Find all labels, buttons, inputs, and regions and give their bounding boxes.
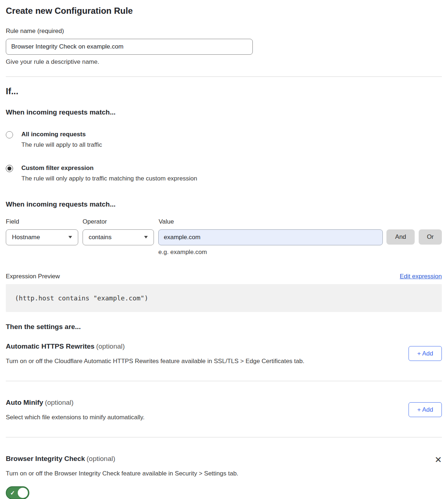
setting-description: Turn on or off the Cloudflare Automatic …: [6, 358, 304, 365]
field-label: Field: [6, 218, 83, 225]
radio-description: The rule will apply to all traffic: [21, 141, 102, 149]
field-select[interactable]: Hostname: [6, 229, 78, 245]
setting-browser-integrity-check: Browser Integrity Check (optional) Turn …: [6, 455, 442, 499]
setting-name: Automatic HTTPS Rewrites: [6, 342, 95, 350]
setting-title-line: Browser Integrity Check (optional): [6, 455, 435, 463]
setting-divider: [6, 437, 442, 437]
setting-auto-minify: Auto Minify (optional) Select which file…: [6, 399, 442, 421]
toggle-knob: [18, 488, 28, 498]
rule-name-help: Give your rule a descriptive name.: [6, 58, 442, 66]
setting-texts: Auto Minify (optional) Select which file…: [6, 399, 145, 421]
or-button[interactable]: Or: [419, 229, 442, 245]
operator-select[interactable]: contains: [83, 229, 154, 245]
field-selected-value: Hostname: [12, 234, 40, 241]
check-icon: ✓: [10, 489, 15, 496]
close-icon[interactable]: ✕: [435, 456, 442, 464]
radio-button-unselected[interactable]: [6, 131, 13, 138]
setting-name: Browser Integrity Check: [6, 455, 85, 462]
setting-optional-tag: (optional): [45, 399, 74, 406]
radio-label: All incoming requests: [21, 131, 102, 138]
setting-automatic-https-rewrites: Automatic HTTPS Rewrites (optional) Turn…: [6, 342, 442, 365]
radio-texts: Custom filter expression The rule will o…: [21, 165, 197, 182]
radio-description: The rule will only apply to traffic matc…: [21, 175, 197, 182]
value-hint: e.g. example.com: [158, 249, 383, 256]
setting-title-line: Auto Minify (optional): [6, 399, 145, 407]
operator-label: Operator: [83, 218, 159, 225]
radio-texts: All incoming requests The rule will appl…: [21, 131, 102, 149]
radio-button-selected[interactable]: [6, 165, 13, 172]
setting-title-line: Automatic HTTPS Rewrites (optional): [6, 342, 304, 350]
if-heading: If...: [6, 86, 442, 96]
then-settings-heading: Then the settings are...: [6, 323, 442, 331]
setting-divider: [6, 381, 442, 381]
setting-texts: Browser Integrity Check (optional) Turn …: [6, 455, 435, 499]
operator-selected-value: contains: [89, 234, 112, 241]
filter-builder-heading: When incoming requests match...: [6, 200, 442, 208]
rule-name-input[interactable]: [6, 39, 253, 55]
expression-preview-row: Expression Preview Edit expression: [6, 273, 442, 280]
radio-option-custom-filter[interactable]: Custom filter expression The rule will o…: [6, 165, 442, 182]
chevron-down-icon: [68, 236, 72, 238]
setting-optional-tag: (optional): [87, 455, 115, 462]
radio-option-all-incoming[interactable]: All incoming requests The rule will appl…: [6, 131, 442, 149]
radio-label: Custom filter expression: [21, 165, 197, 172]
browser-integrity-check-toggle[interactable]: ✓: [6, 486, 29, 499]
filter-controls-row: Hostname contains e.g. example.com And O…: [6, 229, 442, 256]
setting-description: Select which file extensions to minify a…: [6, 414, 145, 421]
expression-code-block: (http.host contains "example.com"): [6, 284, 442, 312]
filter-column-labels: Field Operator Value: [6, 218, 442, 225]
expression-preview-label: Expression Preview: [6, 273, 60, 280]
edit-expression-link[interactable]: Edit expression: [400, 273, 442, 280]
setting-name: Auto Minify: [6, 399, 43, 406]
and-button[interactable]: And: [386, 229, 415, 245]
setting-optional-tag: (optional): [96, 342, 125, 350]
section-divider: [6, 76, 442, 77]
setting-texts: Automatic HTTPS Rewrites (optional) Turn…: [6, 342, 304, 365]
chevron-down-icon: [144, 236, 148, 238]
setting-description: Turn on or off the Browser Integrity Che…: [6, 470, 435, 477]
value-column: e.g. example.com: [158, 229, 383, 256]
add-auto-minify-button[interactable]: + Add: [409, 402, 442, 417]
add-automatic-https-rewrites-button[interactable]: + Add: [409, 346, 442, 361]
value-label: Value: [159, 218, 174, 225]
value-input[interactable]: [158, 229, 383, 245]
rule-name-label: Rule name (required): [6, 28, 442, 35]
create-configuration-rule-page: Create new Configuration Rule Rule name …: [0, 6, 448, 499]
page-title: Create new Configuration Rule: [6, 6, 442, 16]
incoming-requests-heading: When incoming requests match...: [6, 108, 442, 116]
